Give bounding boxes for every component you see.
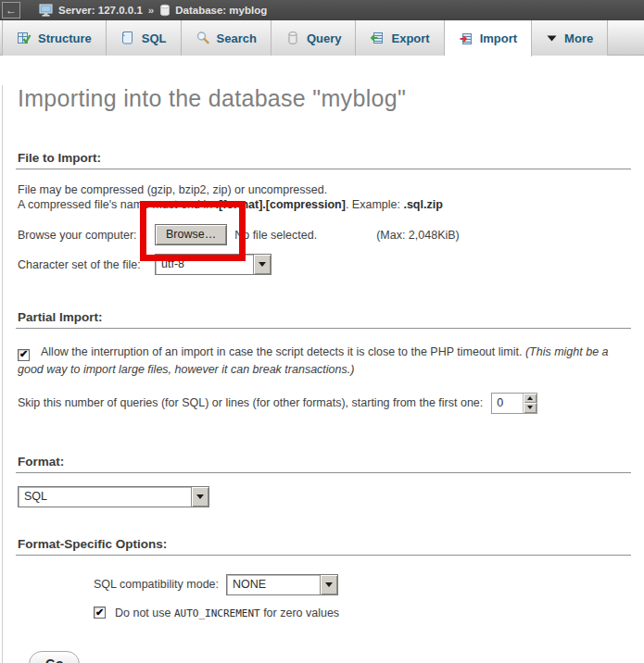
filename-example: .sql.zip <box>403 198 442 211</box>
auto-increment-row: ✔ Do not use AUTO_INCREMENT for zero val… <box>94 607 631 619</box>
charset-label: Character set of the file: <box>18 258 155 271</box>
tab-search[interactable]: Search <box>182 20 271 56</box>
tab-more[interactable]: More <box>532 20 608 56</box>
sql-compatibility-label: SQL compatibility mode: <box>94 578 219 591</box>
triangle-down-icon <box>527 406 533 412</box>
sql-compatibility-row: SQL compatibility mode: NONE <box>94 574 631 595</box>
skip-queries-label: Skip this number of queries (for SQL) or… <box>18 396 483 409</box>
tab-import[interactable]: Import <box>445 20 532 56</box>
breadcrumb-separator: » <box>148 5 154 16</box>
format-select[interactable]: SQL <box>18 486 209 507</box>
chevron-down-icon <box>196 494 204 503</box>
spin-down-button[interactable] <box>524 403 537 413</box>
breadcrumb-database[interactable]: Database: myblog <box>159 4 267 17</box>
browse-row: Browse your computer: Browse… No file se… <box>18 224 631 245</box>
skip-queries-stepper <box>491 393 537 414</box>
format-value: SQL <box>19 487 191 507</box>
filename-note-mid: . Example: <box>346 198 404 211</box>
charset-select[interactable]: utf-8 <box>155 254 271 275</box>
tab-sql-label: SQL <box>142 31 167 45</box>
tab-export-label: Export <box>391 31 429 45</box>
tab-query-label: Query <box>307 31 342 45</box>
max-size-note: (Max: 2,048KiB) <box>376 229 460 242</box>
go-button[interactable]: Go <box>29 651 80 663</box>
spin-up-button[interactable] <box>524 394 537 404</box>
main-content: Importing into the database "myblog" Fil… <box>2 85 644 663</box>
charset-value: utf-8 <box>156 255 253 274</box>
allow-interruption-checkbox[interactable]: ✔ <box>18 349 30 361</box>
skip-queries-row: Skip this number of queries (for SQL) or… <box>18 393 631 414</box>
back-button[interactable]: ← <box>2 2 20 19</box>
charset-dropdown-button[interactable] <box>253 255 271 274</box>
sql-icon <box>120 31 135 45</box>
section-heading-file-to-import: File to Import: <box>16 151 631 169</box>
tab-export[interactable]: Export <box>356 20 444 56</box>
charset-row: Character set of the file: utf-8 <box>18 254 631 275</box>
skip-queries-input[interactable] <box>492 394 523 413</box>
filename-note: A compressed file's name must end in .[f… <box>18 197 631 212</box>
tab-bar: Structure SQL Search Query Export <box>0 20 644 56</box>
tab-structure[interactable]: Structure <box>2 20 107 56</box>
import-icon <box>459 31 474 46</box>
chevron-down-icon <box>546 32 558 44</box>
browse-label: Browse your computer: <box>18 229 155 242</box>
format-row: SQL <box>18 486 631 507</box>
breadcrumb-server[interactable]: Server: 127.0.0.1 <box>39 4 143 18</box>
filename-note-prefix: A compressed file's name must end in <box>18 198 216 211</box>
tab-sql[interactable]: SQL <box>107 20 182 56</box>
allow-interruption-row: ✔Allow the interruption of an import in … <box>18 344 631 378</box>
tab-structure-label: Structure <box>38 31 92 45</box>
sql-compatibility-value: NONE <box>227 575 320 594</box>
server-icon <box>39 4 54 18</box>
breadcrumb-server-label: Server: 127.0.0.1 <box>58 5 143 16</box>
chevron-down-icon <box>259 262 266 270</box>
allow-interruption-text: Allow the interruption of an import in c… <box>41 345 525 358</box>
auto-increment-code: AUTO_INCREMENT <box>174 607 260 619</box>
breadcrumb-database-label: Database: myblog <box>175 5 267 16</box>
filename-pattern: .[format].[compression] <box>216 198 346 211</box>
chevron-down-icon <box>325 582 333 591</box>
search-icon <box>196 31 210 45</box>
check-icon: ✔ <box>95 607 104 618</box>
section-heading-partial-import: Partial Import: <box>16 310 631 329</box>
go-row: Go <box>29 651 631 663</box>
auto-increment-prefix: Do not use <box>115 607 174 619</box>
sql-compatibility-select[interactable]: NONE <box>226 574 338 595</box>
format-dropdown-button[interactable] <box>191 487 208 507</box>
export-icon <box>370 31 385 45</box>
no-file-selected-text: No file selected. <box>234 229 317 242</box>
auto-increment-label: Do not use AUTO_INCREMENT for zero value… <box>115 607 339 619</box>
check-icon: ✔ <box>19 349 28 359</box>
browse-button[interactable]: Browse… <box>155 224 227 245</box>
section-heading-format-specific-options: Format-Specific Options: <box>16 537 631 556</box>
file-import-description: File may be compressed (gzip, bzip2, zip… <box>18 182 631 212</box>
compression-note: File may be compressed (gzip, bzip2, zip… <box>18 182 631 197</box>
query-icon <box>285 31 300 45</box>
database-icon <box>159 4 170 17</box>
section-heading-format: Format: <box>16 455 631 473</box>
tab-import-label: Import <box>480 31 517 45</box>
tab-search-label: Search <box>217 31 257 45</box>
spin-buttons <box>523 394 537 413</box>
breadcrumb-bar: ← Server: 127.0.0.1 » Database: myblog <box>0 0 644 20</box>
tab-query[interactable]: Query <box>271 20 357 56</box>
tab-more-label: More <box>564 31 593 45</box>
auto-increment-checkbox[interactable]: ✔ <box>94 607 106 619</box>
page-title: Importing into the database "myblog" <box>18 85 631 112</box>
compat-dropdown-button[interactable] <box>320 575 337 594</box>
structure-icon <box>17 31 32 45</box>
auto-increment-suffix: for zero values <box>260 607 339 619</box>
triangle-up-icon <box>527 394 533 400</box>
